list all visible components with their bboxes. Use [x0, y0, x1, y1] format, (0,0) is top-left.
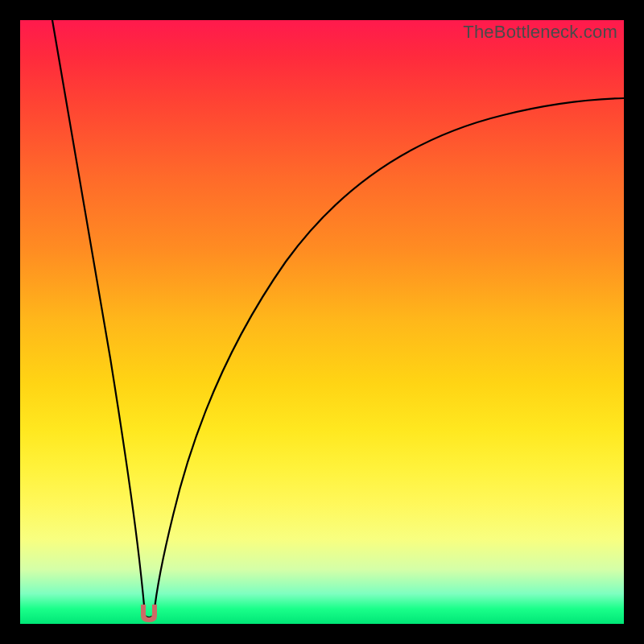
curve-right-branch	[154, 98, 624, 616]
optimal-point-marker	[136, 603, 162, 624]
curve-left-branch	[52, 20, 145, 616]
bottleneck-curve	[20, 20, 624, 624]
chart-plot-area: TheBottleneck.com	[20, 20, 624, 624]
